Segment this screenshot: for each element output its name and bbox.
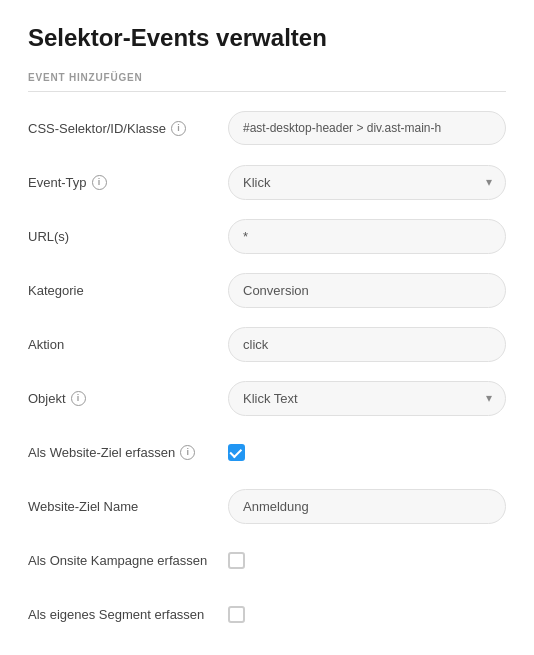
css-selector-input[interactable] [228, 111, 506, 145]
objekt-control: Klick Text Klick URL Klick ID ▾ [228, 381, 506, 416]
kategorie-row: Kategorie [28, 270, 506, 310]
urls-control [228, 219, 506, 254]
segment-checkbox[interactable] [228, 606, 245, 623]
website-ziel-name-label: Website-Ziel Name [28, 499, 228, 514]
onsite-kampagne-label: Als Onsite Kampagne erfassen [28, 553, 228, 568]
kategorie-label: Kategorie [28, 283, 228, 298]
section-label: EVENT HINZUFÜGEN [28, 72, 506, 92]
kategorie-input[interactable] [228, 273, 506, 308]
website-ziel-label: Als Website-Ziel erfassen i [28, 445, 228, 460]
event-type-select-wrap: Klick Hover Submit ▾ [228, 165, 506, 200]
aktion-control [228, 327, 506, 362]
segment-row: Als eigenes Segment erfassen [28, 594, 506, 634]
onsite-kampagne-control [228, 552, 506, 569]
website-ziel-name-control [228, 489, 506, 524]
objekt-info-icon[interactable]: i [71, 391, 86, 406]
objekt-row: Objekt i Klick Text Klick URL Klick ID ▾ [28, 378, 506, 418]
urls-row: URL(s) [28, 216, 506, 256]
css-selector-label: CSS-Selektor/ID/Klasse i [28, 121, 228, 136]
urls-label: URL(s) [28, 229, 228, 244]
css-selector-row: CSS-Selektor/ID/Klasse i [28, 108, 506, 148]
event-type-label: Event-Typ i [28, 175, 228, 190]
event-type-row: Event-Typ i Klick Hover Submit ▾ [28, 162, 506, 202]
urls-input[interactable] [228, 219, 506, 254]
website-ziel-control [228, 444, 506, 461]
onsite-kampagne-row: Als Onsite Kampagne erfassen [28, 540, 506, 580]
objekt-label: Objekt i [28, 391, 228, 406]
aktion-input[interactable] [228, 327, 506, 362]
onsite-kampagne-checkbox[interactable] [228, 552, 245, 569]
css-selector-info-icon[interactable]: i [171, 121, 186, 136]
aktion-row: Aktion [28, 324, 506, 364]
kategorie-control [228, 273, 506, 308]
website-ziel-info-icon[interactable]: i [180, 445, 195, 460]
aktion-label: Aktion [28, 337, 228, 352]
website-ziel-name-row: Website-Ziel Name [28, 486, 506, 526]
page-title: Selektor-Events verwalten [28, 24, 506, 52]
event-type-info-icon[interactable]: i [92, 175, 107, 190]
website-ziel-checkbox[interactable] [228, 444, 245, 461]
css-selector-control [228, 111, 506, 145]
objekt-select[interactable]: Klick Text Klick URL Klick ID [228, 381, 506, 416]
website-ziel-row: Als Website-Ziel erfassen i [28, 432, 506, 472]
event-type-control: Klick Hover Submit ▾ [228, 165, 506, 200]
event-type-select[interactable]: Klick Hover Submit [228, 165, 506, 200]
segment-label: Als eigenes Segment erfassen [28, 607, 228, 622]
website-ziel-name-input[interactable] [228, 489, 506, 524]
objekt-select-wrap: Klick Text Klick URL Klick ID ▾ [228, 381, 506, 416]
segment-control [228, 606, 506, 623]
